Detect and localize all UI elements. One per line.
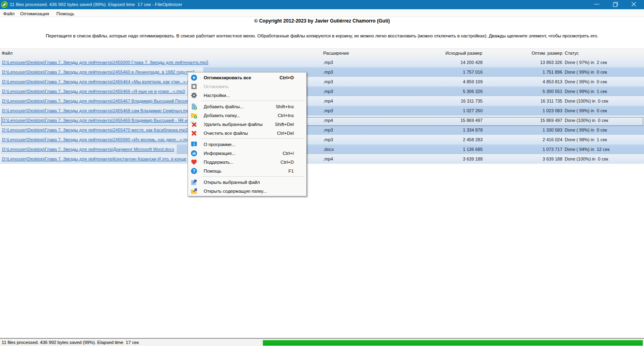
svg-text:?: ? [192, 169, 195, 173]
